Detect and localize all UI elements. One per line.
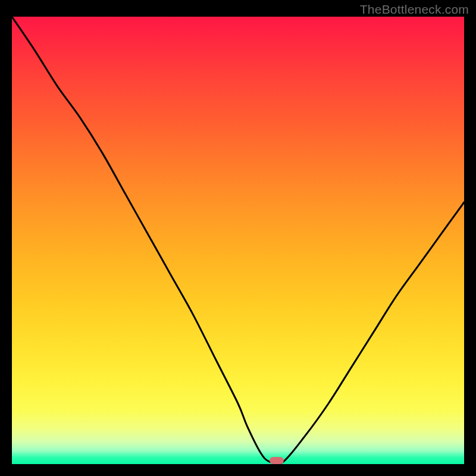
chart-frame: TheBottleneck.com: [0, 0, 476, 476]
optimal-point-marker: [270, 457, 284, 464]
plot-area: [12, 17, 464, 464]
watermark-text: TheBottleneck.com: [360, 2, 469, 17]
bottleneck-curve: [12, 17, 464, 464]
